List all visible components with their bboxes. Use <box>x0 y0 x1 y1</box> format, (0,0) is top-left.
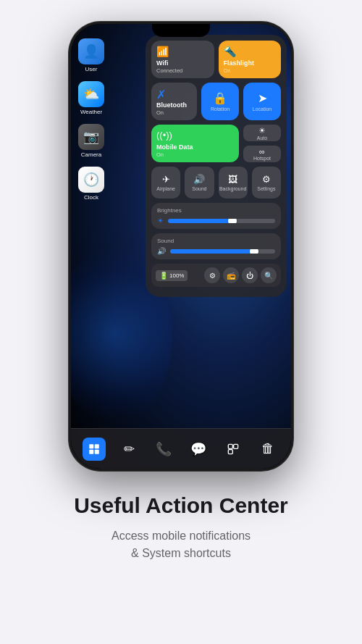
clock-app-icon[interactable]: 🕐 <box>78 167 104 193</box>
wifi-icon: 📶 <box>156 46 169 57</box>
sound-tile[interactable]: 🔊 Sound <box>185 167 214 198</box>
bluetooth-label: Bluetooth <box>156 102 187 109</box>
flashlight-icon: 🔦 <box>224 46 236 57</box>
airplane-tile[interactable]: ✈ Airplane <box>151 167 180 198</box>
dock-messages-icon[interactable]: 💬 <box>187 438 210 461</box>
phone-mockup: 👤 User ⛅ Weather 📷 Camera 🕐 Clock 📶 <box>69 22 293 471</box>
power-status-btn[interactable]: ⏻ <box>242 267 258 283</box>
background-label: Background <box>219 186 246 191</box>
dock-finder-icon[interactable] <box>83 438 106 461</box>
control-center-panel: 📶 Wifi Connected 🔦 Flashlight On ✗ Bluet… <box>146 35 287 297</box>
svg-rect-2 <box>89 449 93 453</box>
control-center-row-4: ✈ Airplane 🔊 Sound 🖼 Background ⚙ Settin… <box>151 167 281 198</box>
brightness-label: Brightnes <box>157 207 275 214</box>
phone-notch <box>152 24 210 37</box>
bluetooth-icon: ✗ <box>156 88 166 101</box>
background-icon: 🖼 <box>228 174 237 185</box>
weather-app-icon[interactable]: ⛅ <box>78 81 104 107</box>
battery-percent: 100% <box>169 272 184 279</box>
mobile-data-status: On <box>156 151 164 158</box>
svg-rect-1 <box>95 444 99 448</box>
wifi-status: Connected <box>156 67 182 74</box>
flashlight-tile[interactable]: 🔦 Flashlight On <box>219 41 282 78</box>
battery-indicator: 🔋 100% <box>156 270 188 281</box>
control-center-row-1: 📶 Wifi Connected 🔦 Flashlight On <box>151 41 281 78</box>
mobile-data-label: Mobile Data <box>156 144 193 151</box>
rotation-icon: 🔒 <box>213 91 227 105</box>
sub-text-line1: Access mobile notifications <box>111 530 251 542</box>
location-tile[interactable]: ➤ Location <box>243 83 281 120</box>
auto-label: Auto <box>257 135 267 141</box>
hotspot-icon: ∞ <box>259 147 265 156</box>
background-tile[interactable]: 🖼 Background <box>219 167 248 198</box>
wifi-tile[interactable]: 📶 Wifi Connected <box>151 41 214 78</box>
footer-section: Useful Action Center Access mobile notif… <box>45 471 317 584</box>
sound-track[interactable] <box>170 249 275 254</box>
settings-label: Settings <box>257 186 275 191</box>
bluetooth-status: On <box>156 109 164 116</box>
control-center-row-3: ((•)) Mobile Data On ☀ Auto ∞ Hotspot <box>151 125 281 162</box>
sound-slider-icon: 🔊 <box>157 247 166 255</box>
brightness-icon: ☀ <box>157 217 164 225</box>
list-item[interactable]: 🕐 Clock <box>78 167 104 201</box>
auto-hotspot-col: ☀ Auto ∞ Hotspot <box>243 125 281 162</box>
list-item[interactable]: 📷 Camera <box>78 124 104 158</box>
user-app-label: User <box>85 66 98 72</box>
location-label: Location <box>253 106 272 112</box>
svg-rect-6 <box>228 449 232 453</box>
mobile-data-tile[interactable]: ((•)) Mobile Data On <box>151 125 239 162</box>
sound-fill <box>170 249 254 254</box>
main-title: Useful Action Center <box>74 493 288 519</box>
sub-text-line2: & System shortcuts <box>131 547 231 559</box>
camera-app-label: Camera <box>81 151 101 158</box>
dock-multitask-icon[interactable] <box>222 438 245 461</box>
auto-tile[interactable]: ☀ Auto <box>243 125 281 141</box>
airplane-label: Airplane <box>156 186 175 191</box>
phone-frame: 👤 User ⛅ Weather 📷 Camera 🕐 Clock 📶 <box>69 22 293 471</box>
rotation-tile[interactable]: 🔒 Rotation <box>201 83 239 120</box>
svg-rect-3 <box>95 449 99 453</box>
clock-app-label: Clock <box>84 194 98 201</box>
settings-tile[interactable]: ⚙ Settings <box>252 167 281 198</box>
list-item[interactable]: 👤 User <box>78 38 104 72</box>
auto-icon: ☀ <box>258 126 266 135</box>
control-center-row-2: ✗ Bluetooth On 🔒 Rotation ➤ Location <box>151 83 281 120</box>
flashlight-status: On <box>224 67 231 74</box>
rotation-label: Rotation <box>211 106 230 112</box>
sound-slider-label: Sound <box>157 238 275 244</box>
mobile-data-icon: ((•)) <box>156 130 172 141</box>
sound-icon: 🔊 <box>193 174 205 185</box>
dock-pen-icon[interactable]: ✏ <box>117 438 140 461</box>
brightness-slider-section: Brightnes ☀ <box>151 203 281 229</box>
list-item[interactable]: ⛅ Weather <box>78 81 104 115</box>
battery-icon-symbol: 🔋 <box>159 272 168 280</box>
brightness-fill <box>168 219 232 223</box>
svg-rect-5 <box>234 444 238 448</box>
brightness-track[interactable] <box>168 219 275 223</box>
control-center-status-bar: 🔋 100% ⚙ 📻 ⏻ 🔍 <box>151 264 281 287</box>
hotspot-label: Hotspot <box>253 156 271 161</box>
svg-rect-4 <box>228 444 232 448</box>
dock-phone-icon[interactable]: 📞 <box>152 438 175 461</box>
dock-trash-icon[interactable]: 🗑 <box>256 438 279 461</box>
app-strip: 👤 User ⛅ Weather 📷 Camera 🕐 Clock <box>78 38 104 201</box>
svg-rect-0 <box>89 444 93 448</box>
radio-status-btn[interactable]: 📻 <box>223 267 239 283</box>
user-app-icon[interactable]: 👤 <box>78 38 104 64</box>
bluetooth-tile[interactable]: ✗ Bluetooth On <box>151 83 197 120</box>
brightness-thumb[interactable] <box>228 219 237 223</box>
location-icon: ➤ <box>258 91 267 105</box>
sound-slider-section: Sound 🔊 <box>151 233 281 259</box>
sound-thumb[interactable] <box>250 249 258 254</box>
search-status-btn[interactable]: 🔍 <box>261 267 277 283</box>
camera-app-icon[interactable]: 📷 <box>78 124 104 150</box>
flashlight-label: Flashlight <box>224 60 255 67</box>
hotspot-tile[interactable]: ∞ Hotspot <box>243 146 281 162</box>
sound-tile-label: Sound <box>192 186 206 191</box>
wifi-label: Wifi <box>156 60 168 67</box>
settings-status-btn[interactable]: ⚙ <box>204 267 220 283</box>
weather-app-label: Weather <box>80 109 102 115</box>
phone-dock: ✏ 📞 💬 🗑 <box>71 428 291 469</box>
settings-icon: ⚙ <box>262 174 271 185</box>
sub-text: Access mobile notifications & System sho… <box>74 527 288 562</box>
